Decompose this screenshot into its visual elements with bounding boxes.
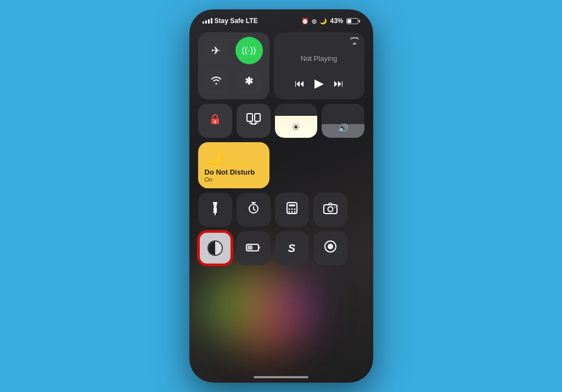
bluetooth-button[interactable]: ✱ [235,68,263,95]
record-icon [324,240,337,256]
svg-point-11 [288,211,290,213]
screen-record-button[interactable] [313,231,347,265]
bluetooth-icon: ✱ [245,75,253,87]
bg-blob-purple [272,284,316,328]
flashlight-icon [209,201,221,219]
svg-point-20 [328,244,333,249]
screen-lock-button[interactable] [198,104,232,138]
lock-icon [209,113,222,129]
bg-blob-green [200,278,255,333]
phone-frame: Stay Safe LTE ⏰ ◎ 🌙 43% [189,9,373,383]
svg-rect-2 [247,114,252,121]
now-playing-panel[interactable]: Not Playing ⏮ ▶ ⏭ [274,32,364,99]
shazam-icon: S [288,242,295,255]
control-center: ✈ ((·)) [189,28,373,265]
status-right: ⏰ ◎ 🌙 43% [301,17,359,25]
svg-point-9 [291,209,293,210]
moon-icon: 🌙 [319,18,327,25]
volume-slider[interactable]: 🔊 [322,104,364,138]
invert-icon [207,240,223,256]
camera-button[interactable] [313,193,347,227]
battery-percent: 43% [330,17,343,25]
brightness-icon: ☀ [291,121,300,133]
play-button[interactable]: ▶ [314,76,324,91]
playback-controls: ⏮ ▶ ⏭ [282,76,357,94]
row-4 [198,193,364,227]
now-playing-title: Not Playing [282,40,357,76]
svg-point-13 [294,211,295,213]
row-2: ☀ 🔊 [198,104,364,138]
wifi-button[interactable] [203,68,230,95]
low-power-button[interactable] [237,231,271,265]
dnd-sub-label: On [205,176,213,183]
low-power-icon [246,241,261,255]
dnd-label: Do Not Disturb [205,168,255,176]
svg-rect-18 [248,245,252,250]
row-1: ✈ ((·)) [198,32,364,99]
airplane-icon: ✈ [211,44,221,57]
svg-point-16 [334,206,335,208]
svg-point-10 [294,209,295,210]
status-bar: Stay Safe LTE ⏰ ◎ 🌙 43% [189,9,373,28]
prev-button[interactable]: ⏮ [295,78,305,89]
svg-rect-7 [289,204,295,206]
signal-bar-1 [203,21,204,24]
svg-point-12 [291,211,293,213]
calculator-button[interactable] [275,193,309,227]
home-indicator [254,376,308,378]
signal-bars [203,18,212,24]
signal-bar-3 [208,19,210,24]
carrier-label: Stay Safe LTE [215,17,258,25]
volume-icon: 🔊 [338,123,349,133]
dnd-icon: 🌙 [205,148,224,166]
connectivity-block: ✈ ((·)) [198,32,269,99]
mirror-icon [246,113,261,128]
battery-icon [346,18,360,24]
wifi-icon [210,75,222,87]
timer-button[interactable] [237,193,271,227]
brightness-slider[interactable]: ☀ [275,104,318,138]
next-button[interactable]: ⏭ [334,78,344,89]
timer-icon [247,201,260,218]
svg-rect-3 [255,114,260,121]
location-icon: ◎ [312,18,317,24]
svg-point-15 [328,207,333,212]
camera-icon [323,202,338,217]
svg-point-8 [288,209,290,210]
flashlight-button[interactable] [198,193,232,227]
svg-rect-14 [324,205,337,214]
calculator-icon [286,201,298,218]
screen-mirror-button[interactable] [237,104,271,138]
cellular-button[interactable]: ((·)) [235,37,263,64]
background: Stay Safe LTE ⏰ ◎ 🌙 43% [0,0,562,392]
do-not-disturb-button[interactable]: 🌙 Do Not Disturb On [198,142,269,188]
alarm-icon: ⏰ [301,18,309,25]
cellular-icon: ((·)) [242,46,256,55]
shazam-button[interactable]: S [275,231,309,265]
airplane-mode-button[interactable]: ✈ [203,37,230,64]
airplay-icon[interactable] [350,37,359,46]
signal-bar-4 [211,18,212,24]
row-5: S [198,231,364,265]
signal-bar-2 [205,20,207,24]
status-left: Stay Safe LTE [203,17,258,25]
svg-rect-4 [213,208,217,213]
invert-colors-button[interactable] [198,231,232,265]
row-3: 🌙 Do Not Disturb On [198,142,364,188]
